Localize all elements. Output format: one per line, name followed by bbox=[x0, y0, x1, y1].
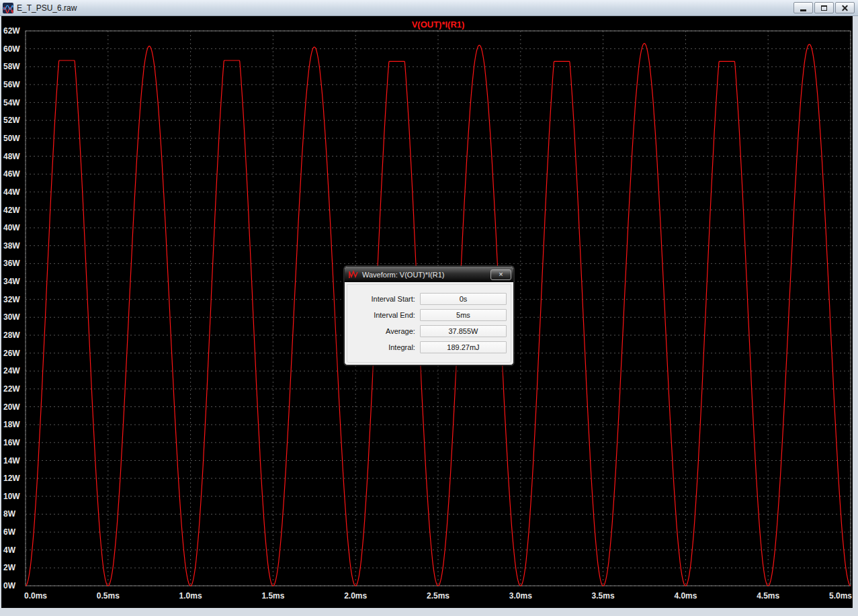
svg-text:4.0ms: 4.0ms bbox=[674, 591, 697, 601]
svg-text:24W: 24W bbox=[3, 366, 20, 376]
svg-text:16W: 16W bbox=[3, 438, 20, 447]
maximize-icon bbox=[821, 5, 827, 11]
svg-text:4.5ms: 4.5ms bbox=[757, 591, 779, 601]
svg-text:36W: 36W bbox=[3, 259, 20, 268]
svg-text:18W: 18W bbox=[3, 420, 20, 429]
svg-text:0W: 0W bbox=[3, 581, 16, 590]
dialog-title: Waveform: V(OUT)*I(R1) bbox=[362, 271, 444, 279]
maximize-button[interactable] bbox=[814, 2, 834, 13]
close-button[interactable] bbox=[835, 2, 855, 13]
integral-label: Integral: bbox=[347, 343, 420, 351]
svg-text:0.5ms: 0.5ms bbox=[97, 591, 120, 601]
svg-text:22W: 22W bbox=[3, 384, 20, 394]
svg-text:46W: 46W bbox=[3, 169, 20, 179]
svg-text:20W: 20W bbox=[3, 402, 20, 412]
x-axis-labels: 0.0ms0.5ms1.0ms1.5ms2.0ms2.5ms3.0ms3.5ms… bbox=[24, 591, 852, 601]
svg-text:0.0ms: 0.0ms bbox=[24, 591, 47, 601]
plot-title: V(OUT)*I(R1) bbox=[412, 19, 465, 30]
svg-text:1.5ms: 1.5ms bbox=[261, 591, 284, 601]
dialog-body: Interval Start: 0s Interval End: 5ms Ave… bbox=[347, 284, 511, 363]
svg-text:3.0ms: 3.0ms bbox=[509, 591, 532, 601]
svg-text:38W: 38W bbox=[3, 241, 20, 251]
average-row: Average: 37.855W bbox=[347, 323, 507, 339]
interval-start-label: Interval Start: bbox=[347, 295, 420, 303]
svg-text:32W: 32W bbox=[3, 295, 20, 304]
svg-text:30W: 30W bbox=[3, 312, 20, 322]
svg-text:2.5ms: 2.5ms bbox=[427, 591, 449, 601]
svg-text:40W: 40W bbox=[3, 223, 20, 232]
svg-text:5.0ms: 5.0ms bbox=[829, 591, 852, 601]
y-axis-labels: 0W2W4W6W8W10W12W14W16W18W20W22W24W26W28W… bbox=[3, 26, 20, 590]
svg-text:54W: 54W bbox=[3, 98, 20, 107]
minimize-button[interactable] bbox=[793, 2, 813, 13]
svg-text:48W: 48W bbox=[3, 152, 20, 161]
svg-text:1.0ms: 1.0ms bbox=[179, 591, 202, 601]
window-controls bbox=[793, 2, 855, 13]
waveform-icon bbox=[349, 270, 358, 279]
svg-text:4W: 4W bbox=[3, 545, 16, 555]
svg-text:28W: 28W bbox=[3, 331, 20, 340]
window-titlebar[interactable]: E_T_PSU_6.raw bbox=[0, 0, 858, 16]
svg-text:12W: 12W bbox=[3, 474, 20, 483]
svg-text:56W: 56W bbox=[3, 80, 20, 89]
integral-row: Integral: 189.27mJ bbox=[347, 339, 507, 355]
interval-end-row: Interval End: 5ms bbox=[347, 307, 507, 323]
svg-text:3.5ms: 3.5ms bbox=[592, 591, 615, 601]
average-label: Average: bbox=[347, 327, 420, 335]
integral-field[interactable]: 189.27mJ bbox=[420, 341, 507, 353]
svg-text:8W: 8W bbox=[3, 509, 16, 519]
svg-text:2.0ms: 2.0ms bbox=[344, 591, 367, 601]
svg-text:42W: 42W bbox=[3, 206, 20, 215]
interval-end-field[interactable]: 5ms bbox=[420, 309, 507, 321]
dialog-titlebar[interactable]: Waveform: V(OUT)*I(R1) × bbox=[345, 267, 513, 282]
svg-text:34W: 34W bbox=[3, 277, 20, 286]
svg-text:14W: 14W bbox=[3, 456, 20, 466]
svg-text:60W: 60W bbox=[3, 44, 20, 54]
svg-text:50W: 50W bbox=[3, 134, 20, 143]
app-icon bbox=[3, 3, 13, 13]
interval-end-label: Interval End: bbox=[347, 311, 420, 319]
ltspice-waveform-window: E_T_PSU_6.raw 0W2W4W6W8W10W12W14W16W18W2… bbox=[0, 0, 858, 616]
dialog-close-button[interactable]: × bbox=[490, 269, 511, 280]
svg-text:2W: 2W bbox=[3, 563, 16, 572]
minimize-icon bbox=[800, 9, 806, 11]
svg-text:44W: 44W bbox=[3, 187, 20, 197]
svg-text:58W: 58W bbox=[3, 62, 20, 71]
interval-start-field[interactable]: 0s bbox=[420, 293, 507, 305]
window-title: E_T_PSU_6.raw bbox=[17, 3, 77, 13]
average-field[interactable]: 37.855W bbox=[420, 325, 507, 337]
interval-start-row: Interval Start: 0s bbox=[347, 291, 507, 307]
waveform-stats-dialog: Waveform: V(OUT)*I(R1) × Interval Start:… bbox=[344, 266, 514, 365]
svg-text:62W: 62W bbox=[3, 26, 20, 36]
close-icon bbox=[841, 4, 849, 11]
svg-text:52W: 52W bbox=[3, 116, 20, 125]
svg-text:26W: 26W bbox=[3, 349, 20, 358]
svg-text:6W: 6W bbox=[3, 527, 16, 537]
svg-text:10W: 10W bbox=[3, 492, 20, 501]
